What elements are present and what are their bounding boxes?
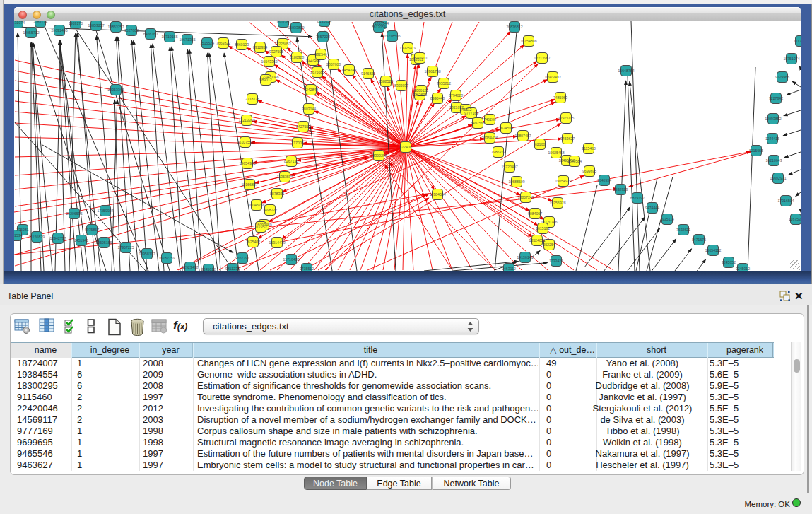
svg-text:8322037: 8322037 [394, 83, 408, 88]
svg-text:14136141: 14136141 [517, 255, 533, 259]
svg-text:9657791: 9657791 [235, 256, 249, 260]
svg-text:1640934: 1640934 [597, 178, 611, 182]
svg-text:1615132: 1615132 [536, 226, 550, 230]
svg-text:9327508: 9327508 [306, 58, 320, 62]
svg-text:10807487: 10807487 [514, 134, 531, 138]
svg-text:8990448: 8990448 [430, 96, 445, 100]
svg-text:1849584: 1849584 [567, 159, 582, 163]
svg-text:9777169: 9777169 [464, 111, 478, 115]
svg-text:13325419: 13325419 [399, 46, 416, 50]
svg-text:7632621: 7632621 [676, 228, 690, 232]
svg-text:9975867: 9975867 [85, 228, 99, 232]
svg-text:2867608: 2867608 [326, 62, 341, 66]
svg-text:8186328: 8186328 [290, 55, 304, 59]
svg-text:10961758: 10961758 [424, 69, 440, 74]
svg-text:8878334: 8878334 [270, 192, 284, 196]
svg-text:17016504: 17016504 [777, 199, 794, 203]
svg-text:16210643: 16210643 [765, 158, 782, 163]
svg-text:12923468: 12923468 [182, 265, 198, 269]
svg-text:9811231: 9811231 [225, 267, 240, 271]
svg-text:9242848: 9242848 [304, 88, 318, 92]
svg-text:6497568: 6497568 [471, 121, 485, 125]
svg-text:117353: 117353 [255, 225, 267, 229]
svg-text:17359924: 17359924 [97, 209, 113, 213]
svg-text:1117434: 1117434 [794, 39, 801, 43]
svg-text:1969170: 1969170 [69, 21, 83, 25]
svg-text:19756928: 19756928 [549, 201, 565, 205]
svg-text:19384554: 19384554 [429, 192, 445, 197]
svg-text:1066121: 1066121 [414, 88, 428, 93]
svg-text:16033809: 16033809 [288, 25, 304, 30]
svg-text:9146821: 9146821 [361, 71, 375, 76]
svg-text:8215955: 8215955 [749, 148, 763, 153]
svg-text:6879197: 6879197 [630, 196, 645, 200]
svg-text:6466160: 6466160 [143, 32, 158, 36]
svg-text:6794028: 6794028 [449, 93, 463, 98]
svg-text:10671355: 10671355 [179, 37, 195, 42]
svg-text:20364436: 20364436 [481, 136, 498, 140]
svg-text:16543362: 16543362 [261, 59, 277, 64]
svg-text:335081: 335081 [16, 228, 28, 232]
svg-text:10973493: 10973493 [544, 75, 560, 79]
svg-text:1540910: 1540910 [413, 56, 427, 60]
svg-text:391534: 391534 [14, 233, 23, 238]
svg-text:11156829: 11156829 [29, 235, 45, 239]
svg-text:8938923: 8938923 [613, 187, 628, 192]
svg-text:10853257: 10853257 [107, 25, 124, 29]
svg-text:8471676: 8471676 [692, 238, 706, 242]
svg-text:10719155: 10719155 [161, 35, 177, 39]
svg-text:16107552: 16107552 [237, 140, 253, 144]
svg-text:17957225: 17957225 [117, 245, 134, 250]
svg-text:9715512: 9715512 [300, 267, 314, 271]
svg-text:18300295: 18300295 [370, 153, 387, 158]
svg-text:8912954: 8912954 [253, 45, 267, 49]
svg-text:252254: 252254 [543, 243, 555, 247]
svg-text:13226053: 13226053 [274, 42, 290, 46]
svg-text:8131074: 8131074 [14, 21, 25, 25]
svg-text:746206: 746206 [483, 117, 495, 122]
svg-text:1527602: 1527602 [124, 28, 139, 33]
svg-text:932546: 932546 [314, 52, 326, 57]
svg-text:16782759: 16782759 [158, 256, 175, 260]
svg-text:9463112: 9463112 [502, 267, 516, 271]
svg-text:15751074: 15751074 [783, 57, 799, 61]
svg-text:15716485: 15716485 [283, 257, 299, 262]
svg-text:20206595: 20206595 [66, 211, 82, 216]
svg-text:10853257: 10853257 [88, 23, 104, 28]
svg-text:15692971: 15692971 [770, 176, 786, 180]
svg-text:8813054: 8813054 [372, 25, 386, 29]
svg-text:62160: 62160 [535, 142, 546, 146]
svg-text:9699695: 9699695 [582, 169, 596, 173]
svg-text:20053346: 20053346 [107, 88, 124, 92]
svg-text:7625402: 7625402 [246, 240, 260, 244]
svg-text:7663822: 7663822 [216, 41, 230, 45]
svg-text:1167533: 1167533 [789, 217, 801, 221]
svg-text:9245652: 9245652 [722, 260, 736, 264]
svg-text:8454749: 8454749 [342, 68, 356, 72]
svg-text:9245012: 9245012 [736, 267, 750, 271]
svg-text:8427552: 8427552 [296, 124, 310, 129]
svg-text:16914479: 16914479 [269, 240, 285, 245]
svg-text:19654925: 19654925 [239, 161, 255, 165]
svg-text:16648784: 16648784 [618, 69, 634, 73]
svg-text:14055712: 14055712 [23, 30, 39, 35]
svg-text:3675685: 3675685 [310, 70, 324, 74]
svg-text:10688609: 10688609 [508, 180, 524, 184]
svg-text:19654923: 19654923 [555, 179, 571, 183]
svg-text:12213369: 12213369 [238, 118, 254, 122]
svg-text:19166827: 19166827 [241, 182, 257, 187]
svg-text:16046756: 16046756 [248, 203, 264, 207]
svg-text:2718176: 2718176 [245, 97, 259, 101]
svg-text:8860123: 8860123 [235, 42, 249, 47]
svg-text:7485063: 7485063 [553, 95, 567, 100]
svg-text:20691406: 20691406 [51, 28, 67, 33]
svg-text:2935114: 2935114 [660, 217, 674, 221]
svg-text:16154808: 16154808 [520, 39, 536, 43]
svg-text:3498222: 3498222 [263, 208, 277, 212]
svg-text:9474444: 9474444 [645, 206, 659, 210]
svg-text:18807249: 18807249 [517, 195, 534, 199]
svg-text:2283174: 2283174 [33, 21, 47, 24]
svg-text:989012: 989012 [259, 78, 271, 82]
svg-text:9327505: 9327505 [269, 49, 283, 54]
svg-text:9245012: 9245012 [201, 267, 216, 271]
